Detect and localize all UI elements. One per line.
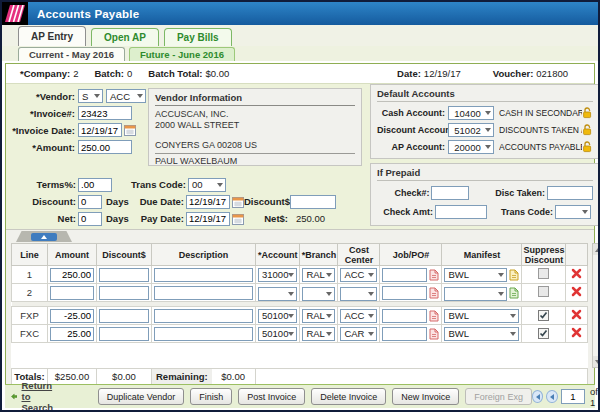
subtab-future-period[interactable]: Future - June 2016 xyxy=(129,47,235,61)
pay-date-input[interactable] xyxy=(186,212,230,226)
grid-collapse-handle[interactable] xyxy=(16,231,72,242)
row-amount-input[interactable] xyxy=(50,327,94,341)
red-document-icon[interactable] xyxy=(429,328,439,340)
row-amount-input[interactable] xyxy=(50,309,94,323)
row-cost-center-select[interactable]: ACC xyxy=(340,268,377,282)
due-date-input[interactable] xyxy=(186,195,230,209)
discount-days-label: Discount: xyxy=(6,196,76,207)
row-account-select[interactable]: 31000 xyxy=(258,268,297,282)
row-job-po-input[interactable] xyxy=(382,327,427,341)
row-description-input[interactable] xyxy=(154,327,253,341)
discount-amt-input[interactable] xyxy=(290,195,336,209)
disc-taken-input[interactable] xyxy=(547,186,593,200)
prepaid-trans-code-select[interactable] xyxy=(555,205,591,219)
scroll-up-arrow[interactable] xyxy=(593,244,600,255)
row-account-select[interactable] xyxy=(258,287,297,301)
delete-row-button[interactable] xyxy=(571,327,582,338)
row-description-input[interactable] xyxy=(154,268,253,282)
vendor-type-select[interactable]: S xyxy=(78,89,103,103)
unlock-icon[interactable] xyxy=(582,124,593,136)
check-number-input[interactable] xyxy=(431,186,469,200)
suppress-discount-checkbox[interactable] xyxy=(538,310,549,321)
vendor-contact: PAUL WAXELBAUM xyxy=(155,156,355,167)
suppress-discount-checkbox[interactable] xyxy=(538,286,549,297)
prepaid-trans-code-label: Trans Code: xyxy=(497,207,553,217)
scroll-down-arrow[interactable] xyxy=(593,356,600,367)
vendor-code-select[interactable]: ACC xyxy=(106,89,146,103)
row-amount-input[interactable] xyxy=(50,268,94,282)
unlock-icon[interactable] xyxy=(582,141,593,153)
green-document-icon[interactable] xyxy=(509,287,519,299)
discount-account-select[interactable]: 51002 xyxy=(448,123,494,137)
delete-row-button[interactable] xyxy=(571,268,582,279)
date-value: 12/19/17 xyxy=(424,68,461,79)
ap-account-select[interactable]: 20000 xyxy=(448,140,494,154)
new-invoice-button[interactable]: New Invoice xyxy=(392,388,459,405)
trans-code-select[interactable]: 00 xyxy=(188,178,226,192)
delete-row-button[interactable] xyxy=(571,286,582,297)
row-cost-center-select-value: ACC xyxy=(344,310,364,321)
row-manifest-select[interactable]: BWL xyxy=(444,309,519,323)
invoice-date-input[interactable] xyxy=(78,123,122,137)
row-branch-select[interactable]: RAL xyxy=(302,268,335,282)
row-cost-center-select[interactable]: CAR xyxy=(340,327,377,341)
row-cost-center-select[interactable] xyxy=(340,287,377,301)
vendor-info-title: Vendor Information xyxy=(155,92,355,106)
net-days-input[interactable] xyxy=(78,212,102,226)
row-amount-input[interactable] xyxy=(50,286,94,300)
calendar-icon[interactable] xyxy=(232,213,244,225)
grid-row: FXC 50100 RAL CAR BWL xyxy=(12,325,588,343)
calendar-icon[interactable] xyxy=(124,124,136,136)
invoice-number-input[interactable] xyxy=(78,106,132,120)
tab-pay-bills[interactable]: Pay Bills xyxy=(164,28,232,46)
row-manifest-select[interactable] xyxy=(444,287,507,301)
amount-input[interactable] xyxy=(78,140,132,154)
discount-days-input[interactable] xyxy=(78,195,102,209)
row-account-select[interactable]: 50100 xyxy=(258,327,297,341)
suppress-discount-checkbox[interactable] xyxy=(538,328,549,339)
first-page-button[interactable] xyxy=(532,390,544,403)
row-manifest-select[interactable]: BWL xyxy=(444,327,519,341)
delete-row-button[interactable] xyxy=(571,309,582,320)
yellow-document-icon[interactable] xyxy=(509,269,519,281)
row-branch-select-value: RAL xyxy=(306,328,324,339)
collapse-button[interactable] xyxy=(31,233,57,241)
red-document-icon[interactable] xyxy=(429,269,439,281)
page-number-input[interactable] xyxy=(561,389,585,404)
calendar-icon[interactable] xyxy=(232,196,244,208)
duplicate-vendor-button[interactable]: Duplicate Vendor xyxy=(98,388,185,405)
row-job-po-input[interactable] xyxy=(382,309,427,323)
line-number: 1 xyxy=(12,266,48,284)
row-discount-input[interactable] xyxy=(99,268,149,282)
row-job-po-input[interactable] xyxy=(382,286,427,300)
subtab-current-period[interactable]: Current - May 2016 xyxy=(18,47,125,61)
row-discount-input[interactable] xyxy=(99,309,149,323)
row-manifest-select[interactable]: BWL xyxy=(444,268,507,282)
row-discount-input[interactable] xyxy=(99,286,149,300)
check-amt-input[interactable] xyxy=(435,205,487,219)
row-branch-select[interactable]: RAL xyxy=(302,309,335,323)
row-description-input[interactable] xyxy=(154,286,253,300)
row-account-select[interactable]: 50100 xyxy=(258,309,297,323)
row-branch-select[interactable] xyxy=(302,287,335,301)
tab-ap-entry[interactable]: AP Entry xyxy=(18,26,86,46)
prev-page-button[interactable] xyxy=(546,390,558,403)
red-document-icon[interactable] xyxy=(429,310,439,322)
red-document-icon[interactable] xyxy=(429,287,439,299)
return-to-search-link[interactable]: Return to Search xyxy=(11,380,60,412)
row-cost-center-select[interactable]: ACC xyxy=(340,309,377,323)
unlock-icon[interactable] xyxy=(582,107,593,119)
terms-pct-input[interactable] xyxy=(78,178,112,192)
cash-account-select[interactable]: 10400 xyxy=(448,106,494,120)
post-invoice-button[interactable]: Post Invoice xyxy=(238,388,305,405)
tab-open-ap[interactable]: Open AP xyxy=(91,28,159,46)
grid-scrollbar[interactable] xyxy=(592,243,600,368)
suppress-discount-checkbox[interactable] xyxy=(538,268,549,279)
row-discount-input[interactable] xyxy=(99,327,149,341)
finish-button[interactable]: Finish xyxy=(190,388,232,405)
delete-invoice-button[interactable]: Delete Invoice xyxy=(311,388,386,405)
row-job-po-input[interactable] xyxy=(382,268,427,282)
row-description-input[interactable] xyxy=(154,309,253,323)
row-branch-select[interactable]: RAL xyxy=(302,327,335,341)
invoice-number-label: *Invoice#: xyxy=(10,108,78,119)
